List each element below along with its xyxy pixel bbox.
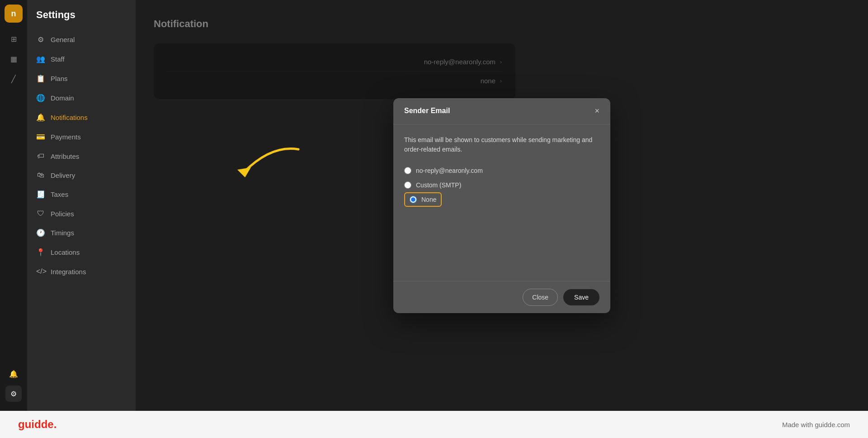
bottom-bar: guidde. Made with guidde.com: [0, 411, 868, 438]
radio-smtp-label: Custom (SMTP): [416, 181, 461, 189]
staff-icon: 👥: [36, 55, 45, 63]
locations-icon: 📍: [36, 248, 45, 257]
modal-title: Sender Email: [404, 107, 450, 115]
sidebar-item-label: Delivery: [51, 171, 75, 179]
plans-icon: 📋: [36, 74, 45, 83]
sidebar-title: Settings: [27, 9, 136, 30]
sidebar-item-timings[interactable]: 🕐 Timings: [27, 223, 136, 243]
sidebar-item-label: Policies: [51, 210, 74, 218]
notifications-icon: 🔔: [36, 113, 45, 122]
sidebar-item-integrations[interactable]: </> Integrations: [27, 262, 136, 281]
app-logo: n: [5, 5, 23, 23]
radio-nearonly[interactable]: no-reply@nearonly.com: [404, 163, 599, 178]
modal-footer: Close Save: [393, 281, 610, 313]
sidebar-item-locations[interactable]: 📍 Locations: [27, 243, 136, 262]
sidebar-item-label: Plans: [51, 75, 68, 82]
sidebar: Settings ⚙ General 👥 Staff 📋 Plans 🌐 Dom…: [27, 0, 136, 411]
grid-icon[interactable]: ⊞: [5, 31, 22, 47]
sidebar-item-label: General: [51, 36, 75, 43]
bell-icon[interactable]: 🔔: [5, 366, 22, 382]
close-button[interactable]: Close: [523, 289, 558, 306]
general-icon: ⚙: [36, 35, 45, 44]
radio-nearonly-label: no-reply@nearonly.com: [416, 167, 483, 174]
sidebar-item-label: Staff: [51, 55, 65, 63]
sidebar-item-label: Locations: [51, 248, 80, 256]
modal-close-button[interactable]: ×: [594, 106, 599, 116]
sidebar-item-label: Taxes: [51, 190, 68, 198]
radio-none-label: None: [421, 196, 436, 203]
sidebar-item-attributes[interactable]: 🏷 Attributes: [27, 147, 136, 166]
sidebar-item-plans[interactable]: 📋 Plans: [27, 69, 136, 88]
delivery-icon: 🛍: [36, 171, 45, 179]
radio-none-input[interactable]: [410, 196, 417, 203]
settings-icon[interactable]: ⚙: [5, 386, 22, 402]
save-button[interactable]: Save: [563, 289, 599, 305]
modal-header: Sender Email ×: [393, 98, 610, 124]
sidebar-item-taxes[interactable]: 🧾 Taxes: [27, 185, 136, 204]
radio-none[interactable]: None: [404, 192, 442, 207]
sidebar-item-label: Domain: [51, 94, 74, 102]
sidebar-item-label: Payments: [51, 133, 81, 141]
sidebar-item-notifications[interactable]: 🔔 Notifications: [27, 108, 136, 127]
sidebar-item-general[interactable]: ⚙ General: [27, 30, 136, 49]
integrations-icon: </>: [36, 267, 45, 276]
payments-icon: 💳: [36, 133, 45, 141]
timings-icon: 🕐: [36, 229, 45, 237]
sidebar-item-staff[interactable]: 👥 Staff: [27, 49, 136, 69]
radio-smtp-input[interactable]: [404, 181, 411, 189]
trending-icon[interactable]: ╱: [5, 71, 22, 87]
sidebar-item-label: Timings: [51, 229, 74, 237]
radio-nearonly-input[interactable]: [404, 167, 411, 174]
sidebar-item-label: Attributes: [51, 152, 79, 160]
sidebar-item-label: Integrations: [51, 268, 86, 276]
sidebar-item-domain[interactable]: 🌐 Domain: [27, 88, 136, 108]
made-with-text: Made with guidde.com: [782, 421, 850, 428]
radio-smtp[interactable]: Custom (SMTP): [404, 178, 599, 192]
guidde-logo: guidde.: [18, 418, 57, 431]
main-content: Notification no-reply@nearonly.com › non…: [136, 0, 868, 411]
sidebar-item-policies[interactable]: 🛡 Policies: [27, 204, 136, 223]
modal-overlay: Sender Email × This email will be shown …: [136, 0, 868, 411]
taxes-icon: 🧾: [36, 190, 45, 199]
modal-description: This email will be shown to customers wh…: [404, 135, 599, 154]
sidebar-item-label: Notifications: [51, 114, 88, 121]
policies-icon: 🛡: [36, 209, 45, 218]
icon-bar: n ⊞ ▦ ╱ 🔔 ⚙: [0, 0, 27, 411]
domain-icon: 🌐: [36, 94, 45, 102]
sender-email-modal: Sender Email × This email will be shown …: [393, 98, 610, 313]
sidebar-item-delivery[interactable]: 🛍 Delivery: [27, 166, 136, 185]
chart-icon[interactable]: ▦: [5, 51, 22, 67]
modal-body: This email will be shown to customers wh…: [393, 124, 610, 281]
sidebar-item-payments[interactable]: 💳 Payments: [27, 127, 136, 147]
attributes-icon: 🏷: [36, 152, 45, 160]
